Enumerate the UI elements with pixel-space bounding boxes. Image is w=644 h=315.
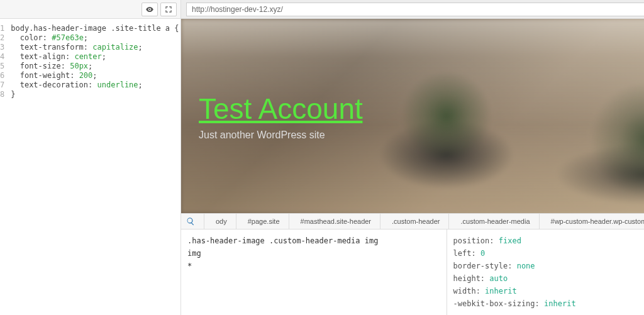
style-row[interactable]: position: fixed xyxy=(453,235,644,247)
breadcrumb-item[interactable]: .custom-header xyxy=(380,214,449,229)
preview-toggle-button[interactable] xyxy=(142,3,158,16)
fullscreen-button[interactable] xyxy=(160,3,177,16)
style-row[interactable]: width: inherit xyxy=(453,285,644,297)
site-tagline: Just another WordPress site xyxy=(199,130,644,141)
search-icon xyxy=(186,217,195,226)
selector-row[interactable]: img xyxy=(187,247,440,260)
selector-row[interactable]: .has-header-image .custom-header-media i… xyxy=(187,235,440,247)
code-content[interactable]: body.has-header-image .site-title a { co… xyxy=(8,19,180,315)
inspector-panel: .has-header-image .custom-header-media i… xyxy=(181,229,644,315)
breadcrumb-item[interactable]: #page.site xyxy=(236,214,289,229)
line-numbers: 12345678 xyxy=(0,19,8,315)
editor-toolbar xyxy=(0,0,180,19)
style-row[interactable]: border-style: none xyxy=(453,260,644,272)
inspector-selectors[interactable]: .has-header-image .custom-header-media i… xyxy=(181,229,447,315)
dom-breadcrumb: ody#page.site#masthead.site-header.custo… xyxy=(181,213,644,229)
breadcrumb-item[interactable]: #wp-custom-header.wp-custom-header xyxy=(540,214,644,229)
inspect-search-button[interactable] xyxy=(181,214,204,229)
preview-viewport: Test Account Just another WordPress site… xyxy=(181,19,644,213)
url-input[interactable]: http://hostinger-dev-12.xyz/ xyxy=(186,3,644,16)
inspector-styles[interactable]: position: fixedleft: 0border-style: none… xyxy=(447,229,644,315)
breadcrumb-item[interactable]: ody xyxy=(204,214,236,229)
editor-panel: 12345678 body.has-header-image .site-tit… xyxy=(0,0,181,315)
css-editor[interactable]: 12345678 body.has-header-image .site-tit… xyxy=(0,19,180,315)
app-root: 12345678 body.has-header-image .site-tit… xyxy=(0,0,644,315)
site-title: Test Account xyxy=(199,92,644,126)
breadcrumb-item[interactable]: .custom-header-media xyxy=(449,214,539,229)
site-title-link[interactable]: Test Account xyxy=(199,92,363,125)
site-preview[interactable]: Test Account Just another WordPress site… xyxy=(181,19,644,213)
eye-icon xyxy=(145,5,154,14)
breadcrumb-item[interactable]: #masthead.site-header xyxy=(289,214,381,229)
url-bar-row: http://hostinger-dev-12.xyz/ xyxy=(181,0,644,19)
style-row[interactable]: height: auto xyxy=(453,272,644,285)
style-row[interactable]: left: 0 xyxy=(453,247,644,260)
preview-panel: http://hostinger-dev-12.xyz/ Test Accoun… xyxy=(181,0,644,315)
selector-row[interactable]: * xyxy=(187,260,440,272)
style-row[interactable]: -webkit-box-sizing: inherit xyxy=(453,297,644,310)
expand-icon xyxy=(164,5,173,14)
